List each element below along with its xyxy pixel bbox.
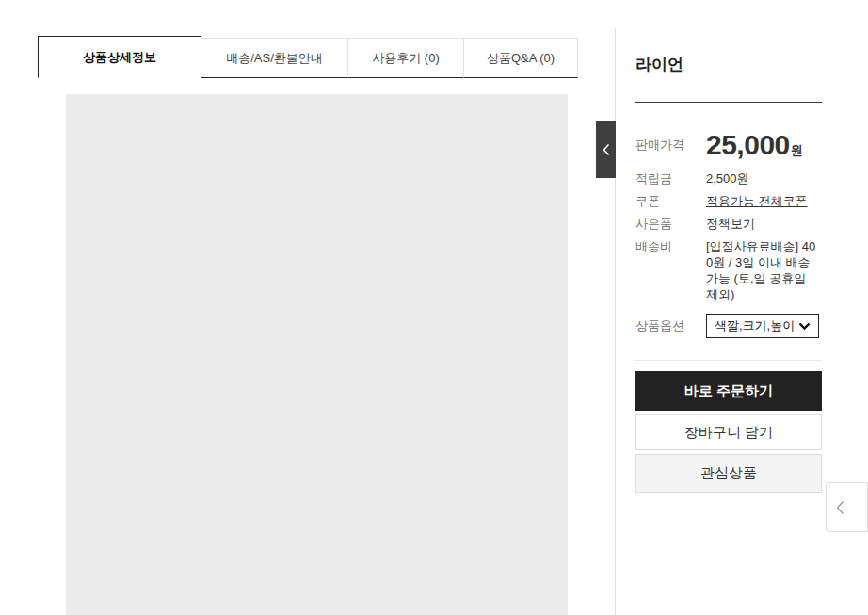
option-selected-value: 색깔,크기,높이 [715,317,795,334]
product-tabs: 상품상세정보 배송/AS/환불안내 사용후기 (0) 상품Q&A (0) [38,36,578,78]
shipping-row: 배송비 [입점사유료배송] 400원 / 3일 이내 배송가능 (토,일 공휴일… [635,238,822,302]
product-title: 라이언 [635,55,822,75]
add-to-cart-button[interactable]: 장바구니 담기 [635,414,822,450]
coupon-label: 쿠폰 [635,193,706,210]
title-divider [635,102,822,103]
sidebar-collapse-button[interactable] [596,121,616,178]
product-option-select[interactable]: 색깔,크기,높이 [706,314,819,338]
price-value: 25,000 원 [706,129,822,161]
vertical-divider [615,28,616,615]
price-currency: 원 [791,142,803,159]
shipping-value: [입점사유료배송] 400원 / 3일 이내 배송가능 (토,일 공휴일 제외) [706,238,821,302]
price-row: 판매가격 25,000 원 [635,129,822,161]
points-label: 적립금 [635,170,706,187]
points-value: 2,500원 [706,170,822,187]
price-amount: 25,000 [706,129,790,161]
coupon-link[interactable]: 적용가능 전체쿠폰 [706,193,822,210]
actions-divider [635,360,822,361]
points-row: 적립금 2,500원 [635,170,822,187]
product-detail-content-area [66,94,568,615]
gift-policy-link[interactable]: 정책보기 [706,216,822,233]
product-info-rows: 판매가격 25,000 원 적립금 2,500원 쿠폰 적용가능 전체쿠폰 사은… [635,129,822,338]
coupon-row: 쿠폰 적용가능 전체쿠폰 [635,193,822,210]
price-label: 판매가격 [635,137,706,154]
tab-product-qna[interactable]: 상품Q&A (0) [464,38,578,78]
chevron-left-icon [603,143,610,156]
chevron-down-icon [798,322,811,331]
tab-product-details[interactable]: 상품상세정보 [38,36,201,78]
gift-label: 사은품 [635,216,706,233]
wishlist-button[interactable]: 관심상품 [635,454,822,493]
product-info-sidebar: 라이언 판매가격 25,000 원 적립금 2,500원 쿠폰 적용가능 전체쿠… [635,55,822,493]
gift-row: 사은품 정책보기 [635,216,822,233]
order-now-button[interactable]: 바로 주문하기 [635,371,822,411]
shipping-label: 배송비 [635,238,706,302]
tab-reviews[interactable]: 사용후기 (0) [348,38,464,78]
option-label: 상품옵션 [635,317,706,334]
right-edge-panel-toggle[interactable] [826,482,868,532]
chevron-left-icon [836,500,844,515]
option-row: 상품옵션 색깔,크기,높이 [635,314,822,338]
tab-shipping-as-refund[interactable]: 배송/AS/환불안내 [201,38,348,78]
